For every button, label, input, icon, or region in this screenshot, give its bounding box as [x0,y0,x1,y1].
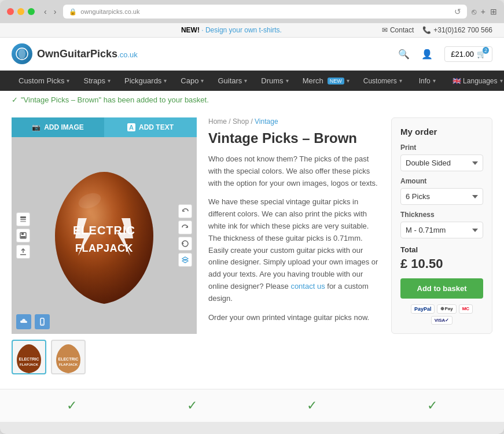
logo-text: OwnGuitarPicks.co.uk [37,48,138,60]
phone-tool[interactable] [35,314,50,329]
svg-text:ELECTRIC: ELECTRIC [73,224,135,237]
thickness-select[interactable]: M - 0.71mm [400,222,483,238]
thickness-label: Thickness [400,211,483,219]
refresh-tool[interactable] [178,237,192,251]
checkmark-2: ✓ [187,398,197,413]
nav-customers[interactable]: Customers ▾ [356,71,409,91]
svg-text:ELECTRIC: ELECTRIC [19,357,39,361]
cloud-icon [20,318,28,326]
product-info: Home / Shop / Vintage Vintage Picks – Br… [197,117,391,380]
upload2-tool[interactable] [178,253,192,267]
search-icon[interactable]: 🔍 [398,49,410,60]
logo[interactable]: OwnGuitarPicks.co.uk [12,43,138,64]
cart-icon: 🛒2 [477,50,486,58]
add-tab-icon[interactable]: + [481,7,485,16]
email-icon: ✉ [382,26,388,34]
svg-rect-2 [20,216,26,218]
url-bar[interactable]: 🔒 ownguitarpicks.co.uk ↺ [63,5,466,19]
phone-icon [38,318,46,326]
maximize-window-btn[interactable] [28,8,35,15]
main-content: 📷 ADD IMAGE A ADD TEXT [0,109,504,389]
nav-merch[interactable]: Merch NEW ▾ [296,71,356,91]
thumbnail-1[interactable]: ELECTRIC FLAPJACK [12,340,46,374]
banner-promo-link[interactable]: · Design your own t-shirts. [200,26,282,34]
nav-straps[interactable]: Straps ▾ [76,71,117,91]
undo-icon [181,207,189,215]
cart-button[interactable]: £21.00 🛒2 [444,46,492,62]
redo-icon [181,223,189,231]
payment-icons: PayPal ⊕Pay MC VISA✓ [400,304,483,325]
breadcrumb-home[interactable]: Home [208,117,227,126]
nav-pickguards[interactable]: Pickguards ▾ [117,71,174,91]
print-select[interactable]: Double Sided [400,155,483,171]
close-window-btn[interactable] [7,8,14,15]
add-image-button[interactable]: 📷 ADD IMAGE [12,117,104,137]
share-icon[interactable]: ⎋ [472,7,476,16]
nav-left: Custom Picks ▾ Straps ▾ Pickguards ▾ Cap… [12,71,356,91]
thumbnail-2[interactable]: ELECTRIC FLAPJACK [51,340,86,374]
guitar-pick-preview: ELECTRIC FLAPJACK [41,155,168,317]
window-controls [7,8,35,15]
save-tool[interactable] [16,229,30,242]
top-banner: NEW! · Design your own t-shirts. ✉ Conta… [0,23,504,38]
nav-custom-picks[interactable]: Custom Picks ▾ [12,71,76,91]
tabs-icon[interactable]: ⊞ [490,7,497,16]
contact-link[interactable]: ✉ Contact [382,26,414,34]
nav-languages[interactable]: 🇬🇧 Languages ▾ [446,71,504,91]
merch-badge: NEW [328,78,344,84]
browser-nav: ‹ › [42,6,58,17]
print-label: Print [400,144,483,152]
breadcrumb-shop[interactable]: Shop [233,117,249,126]
svg-text:FLAPJACK: FLAPJACK [20,363,39,366]
designer-toolbar: 📷 ADD IMAGE A ADD TEXT [12,117,197,137]
product-desc-3: Order your own printed vintage guitar pi… [208,312,380,324]
phone-number[interactable]: 📞 +31(0)162 700 566 [422,26,492,34]
footer-checkmarks: ✓ ✓ ✓ ✓ [0,389,504,422]
banner-new-label: NEW! [181,26,200,34]
applepay-icon: ⊕Pay [437,304,456,314]
check-icon: ✓ [12,95,18,104]
canvas-right-tools [178,204,192,267]
layers-tool[interactable] [16,212,30,226]
paypal-icon: PayPal [411,304,435,314]
header-right: 🔍 👤 £21.00 🛒2 [398,46,492,62]
check-icon-2: ✓ [187,398,197,413]
add-text-button[interactable]: A ADD TEXT [104,117,197,137]
nav-guitars[interactable]: Guitars ▾ [211,71,254,91]
check-icon-4: ✓ [427,398,437,413]
nav-capo[interactable]: Capo ▾ [174,71,211,91]
nav-info[interactable]: Info ▾ [412,71,443,91]
account-icon[interactable]: 👤 [421,49,433,60]
amount-select[interactable]: 6 Picks [400,188,483,205]
product-desc-2: We have these special vintage guitar pic… [208,196,380,304]
contact-link[interactable]: contact us [290,282,325,290]
cloud-upload-tool[interactable] [16,314,31,329]
check-icon-3: ✓ [307,398,317,413]
guitar-pick-svg: ELECTRIC FLAPJACK [46,160,162,311]
checkmark-1: ✓ [67,398,77,413]
svg-rect-7 [21,236,25,238]
refresh-icon [181,240,189,248]
camera-icon: 📷 [32,123,41,131]
dropbox-icon [181,256,189,264]
designer-area: 📷 ADD IMAGE A ADD TEXT [12,117,197,380]
nav-drums[interactable]: Drums ▾ [254,71,295,91]
reload-icon[interactable]: ↺ [454,7,461,16]
upload-tool[interactable] [16,245,30,259]
breadcrumb: Home / Shop / Vintage [208,117,380,126]
amount-label: Amount [400,177,483,185]
canvas-left-tools [16,212,30,259]
minimize-window-btn[interactable] [17,8,24,15]
designer-canvas[interactable]: ELECTRIC FLAPJACK [12,137,197,334]
phone-icon: 📞 [422,26,431,34]
back-button[interactable]: ‹ [42,6,49,17]
product-thumbnails: ELECTRIC FLAPJACK ELECTRIC FLAPJACK [12,334,197,380]
svg-text:FLAPJACK: FLAPJACK [75,242,133,254]
upload-icon [19,248,27,256]
page-content: NEW! · Design your own t-shirts. ✉ Conta… [0,23,504,422]
forward-button[interactable]: › [51,6,59,17]
undo-tool[interactable] [178,204,192,218]
order-panel: My order Print Double Sided Amount 6 Pic… [391,117,492,334]
add-to-basket-button[interactable]: Add to basket [400,278,483,299]
redo-tool[interactable] [178,220,192,234]
